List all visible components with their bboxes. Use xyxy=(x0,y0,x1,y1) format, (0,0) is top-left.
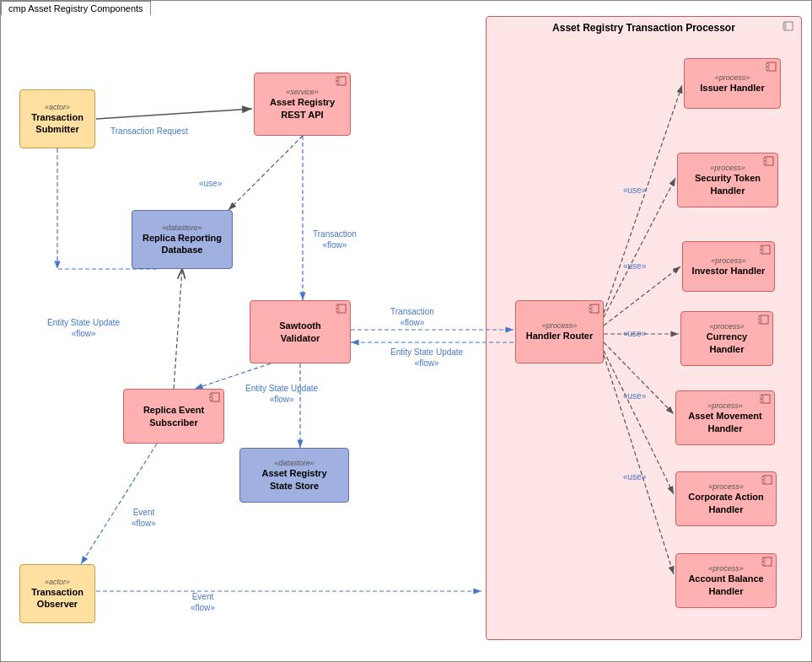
svg-rect-3 xyxy=(337,77,346,85)
rdb-title: Replica ReportingDatabase xyxy=(143,232,222,256)
svg-rect-2 xyxy=(782,27,786,29)
svg-rect-25 xyxy=(758,317,761,319)
svg-rect-7 xyxy=(336,306,339,308)
ts-stereotype: «actor» xyxy=(45,103,70,111)
svg-rect-8 xyxy=(336,309,339,311)
svg-rect-34 xyxy=(761,559,765,561)
hr-stereotype: «process» xyxy=(542,321,578,330)
ss-stereotype: «datastore» xyxy=(274,459,315,467)
svg-rect-32 xyxy=(761,481,765,482)
account-balance-box: «process» Account BalanceHandler xyxy=(675,553,777,608)
svg-rect-9 xyxy=(211,393,219,401)
svg-rect-35 xyxy=(761,562,765,564)
api-title: Asset RegistryREST API xyxy=(270,96,335,121)
invh-title: Investor Handler xyxy=(692,265,766,277)
replica-db-box: «datastore» Replica ReportingDatabase xyxy=(132,210,233,269)
svg-rect-23 xyxy=(760,250,763,252)
state-store-box: «datastore» Asset RegistryState Store xyxy=(239,448,349,503)
label-use-currency: «use» xyxy=(623,328,646,339)
sawtooth-box: SawtoothValidator xyxy=(250,300,351,363)
svg-line-38 xyxy=(96,109,252,119)
svg-rect-4 xyxy=(336,78,339,80)
svg-rect-15 xyxy=(767,62,776,71)
ch-title: Currency Handler xyxy=(688,331,766,355)
svg-rect-0 xyxy=(784,22,793,30)
svg-rect-20 xyxy=(763,162,766,164)
amh-stereotype: «process» xyxy=(707,401,743,410)
rdb-stereotype: «datastore» xyxy=(162,223,202,232)
label-use1: «use» xyxy=(199,178,222,189)
res-title: Replica EventSubscriber xyxy=(143,404,204,428)
investor-handler-box: «process» Investor Handler xyxy=(682,241,775,292)
hr-title: Handler Router xyxy=(526,330,593,342)
label-transaction-flow-right: Transaction«flow» xyxy=(390,306,434,328)
saw-title: SawtoothValidator xyxy=(279,320,321,344)
svg-rect-16 xyxy=(766,64,769,66)
sth-stereotype: «process» xyxy=(710,164,745,172)
svg-rect-27 xyxy=(761,395,770,403)
currency-handler-box: «process» Currency Handler xyxy=(680,311,773,366)
svg-line-39 xyxy=(229,136,303,210)
label-entity-state-left: Entity State Update«flow» xyxy=(47,317,120,339)
amh-title: Asset MovementHandler xyxy=(688,410,761,434)
svg-rect-31 xyxy=(761,477,765,479)
svg-rect-13 xyxy=(589,306,592,308)
ch-stereotype: «process» xyxy=(709,322,745,331)
label-use-investor: «use» xyxy=(623,261,646,272)
ss-title: Asset RegistryState Store xyxy=(261,467,326,492)
svg-rect-26 xyxy=(758,320,761,322)
ts-title: TransactionSubmitter xyxy=(31,111,83,136)
svg-rect-17 xyxy=(766,67,769,69)
processor-title: Asset Registry Transaction Processor xyxy=(487,17,801,39)
svg-rect-1 xyxy=(782,24,786,25)
svg-rect-5 xyxy=(336,82,339,83)
label-use-corporate: «use» xyxy=(623,471,646,482)
abh-stereotype: «process» xyxy=(708,564,744,573)
svg-rect-19 xyxy=(763,159,766,160)
diagram-title: cmp Asset Registry Components xyxy=(1,1,151,15)
svg-rect-11 xyxy=(209,398,212,400)
observer-box: «actor» TransactionObserver xyxy=(19,564,95,623)
sth-title: Security TokenHandler xyxy=(695,172,761,196)
svg-line-45 xyxy=(174,269,182,389)
label-use-issuer: «use» xyxy=(623,185,646,196)
handler-router-box: «process» Handler Router xyxy=(515,300,604,363)
label-entity-state-saw: Entity State Update«flow» xyxy=(245,383,318,405)
svg-rect-30 xyxy=(763,476,772,484)
svg-rect-21 xyxy=(761,245,770,254)
cah-stereotype: «process» xyxy=(708,482,744,491)
svg-rect-10 xyxy=(209,395,212,396)
security-handler-box: «process» Security TokenHandler xyxy=(677,153,778,207)
label-transaction-request: Transaction Request xyxy=(110,126,188,137)
ih-stereotype: «process» xyxy=(715,73,750,82)
svg-rect-28 xyxy=(760,396,763,398)
abh-title: Account BalanceHandler xyxy=(688,573,763,597)
svg-rect-14 xyxy=(589,309,592,311)
label-transaction-flow1: Transaction«flow» xyxy=(313,229,357,250)
svg-rect-22 xyxy=(760,247,763,249)
label-entity-state-right: Entity State Update«flow» xyxy=(390,347,463,369)
svg-rect-29 xyxy=(760,400,763,401)
api-stereotype: «service» xyxy=(286,88,319,96)
label-event2: Event«flow» xyxy=(191,591,215,613)
label-use-asset: «use» xyxy=(623,390,646,401)
issuer-handler-box: «process» Issuer Handler xyxy=(684,58,781,109)
invh-stereotype: «process» xyxy=(711,256,746,265)
svg-line-46 xyxy=(81,444,157,564)
obs-title: TransactionObserver xyxy=(31,586,83,611)
replica-event-box: Replica EventSubscriber xyxy=(123,389,224,444)
svg-rect-24 xyxy=(760,315,768,324)
svg-rect-33 xyxy=(763,557,772,566)
ih-title: Issuer Handler xyxy=(700,82,764,94)
svg-rect-18 xyxy=(765,157,773,165)
transaction-submitter-box: «actor» TransactionSubmitter xyxy=(19,89,95,148)
cah-title: Corporate ActionHandler xyxy=(688,491,763,515)
svg-rect-6 xyxy=(337,304,346,313)
corporate-action-box: «process» Corporate ActionHandler xyxy=(675,471,777,526)
svg-rect-12 xyxy=(590,304,599,313)
api-box: «service» Asset RegistryREST API xyxy=(254,73,351,136)
label-event1: Event«flow» xyxy=(132,507,156,529)
asset-movement-box: «process» Asset MovementHandler xyxy=(675,390,775,445)
diagram-container: cmp Asset Registry Components Asset Regi… xyxy=(0,0,812,662)
obs-stereotype: «actor» xyxy=(45,578,70,586)
